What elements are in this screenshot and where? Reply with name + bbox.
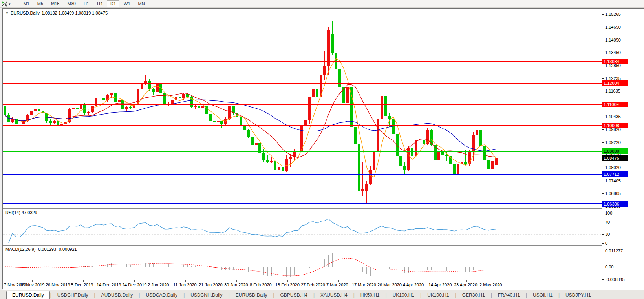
date-tick-mark xyxy=(83,280,84,282)
chart-tool-button[interactable]: ▾ xyxy=(0,1,12,7)
candle-body xyxy=(415,140,417,156)
candle-body xyxy=(110,93,113,95)
rsi-value: 47.0329 xyxy=(22,210,37,215)
timeframe-button-m1[interactable]: M1 xyxy=(20,0,33,7)
macd-pane[interactable] xyxy=(3,246,602,280)
axis-tick-mark xyxy=(602,168,604,168)
rsi-tick-label: 100 xyxy=(605,211,612,215)
axis-tick-mark xyxy=(602,27,604,27)
candle-body xyxy=(316,89,318,97)
candle-body xyxy=(179,97,181,98)
date-tick-mark xyxy=(415,280,415,282)
axis-tick-mark xyxy=(602,243,604,244)
chart-pointer-icon xyxy=(2,1,7,7)
candle-body xyxy=(350,87,353,127)
candle-body xyxy=(437,152,440,160)
rsi-pane[interactable] xyxy=(3,209,602,245)
candle-body xyxy=(129,107,132,108)
moving-average-13 xyxy=(5,85,496,158)
candle-body xyxy=(99,98,101,98)
candle-body xyxy=(338,69,341,87)
chart-tab-xauusd-h4[interactable]: XAUUSD,H4 xyxy=(315,291,353,299)
timeframe-button-w1[interactable]: W1 xyxy=(120,0,134,7)
date-label: 14 Dec 2019 xyxy=(97,283,121,287)
axis-tick-mark xyxy=(602,117,604,117)
chart-tab-gbpusd-h4[interactable]: GBPUSD,H4 xyxy=(275,291,313,299)
date-axis[interactable]: 7 Nov 201916 Nov 201926 Nov 20195 Dec 20… xyxy=(3,280,644,290)
date-tick-mark xyxy=(58,280,58,282)
axis-tick-mark xyxy=(602,213,604,213)
timeframe-button-m5[interactable]: M5 xyxy=(34,0,47,7)
chart-tab-uk100-h1[interactable]: UK100,H1 xyxy=(422,291,454,299)
candle-body xyxy=(381,96,383,119)
date-label: 24 Dec 2019 xyxy=(122,283,146,287)
candle-body xyxy=(102,98,105,100)
axis-tick-mark xyxy=(602,129,604,130)
chart-tab-usdcad-daily[interactable]: USDCAD,Daily xyxy=(140,291,183,299)
candle-body xyxy=(171,100,174,104)
timeframe-button-h4[interactable]: H4 xyxy=(93,0,106,7)
candle-body xyxy=(472,135,475,152)
candle-body xyxy=(354,127,357,144)
chart-tab-usdchf-daily[interactable]: USDCHF,Daily xyxy=(52,291,94,299)
date-label: 18 Feb 2020 xyxy=(275,283,300,287)
price-tick-label: 1.11635 xyxy=(605,89,620,93)
triangle-down-icon: ▼ xyxy=(5,11,9,15)
moving-average-5 xyxy=(5,58,496,177)
chart-tab-hk50-h1[interactable]: HK50,H1 xyxy=(355,291,385,299)
chart-tab-audusd-daily[interactable]: AUDUSD,Daily xyxy=(96,291,139,299)
timeframe-button-mn[interactable]: MN xyxy=(135,0,148,7)
candle-body xyxy=(457,164,459,174)
chart-tab-eurusd-daily[interactable]: EURUSD,Daily xyxy=(6,291,50,299)
candle-body xyxy=(266,160,269,162)
candle-body xyxy=(282,167,284,171)
chart-tab-usoil-h1[interactable]: USOil,H1 xyxy=(527,291,558,299)
candle-body xyxy=(72,108,75,109)
candle-body xyxy=(331,34,334,54)
candle-body xyxy=(274,161,276,170)
timeframe-button-d1[interactable]: D1 xyxy=(107,0,119,7)
chart-tab-usdcnh-daily[interactable]: USDCNH,Daily xyxy=(185,291,228,299)
timeframe-button-m30[interactable]: M30 xyxy=(64,0,79,7)
date-tick-mark xyxy=(466,280,467,282)
candle-body xyxy=(247,130,250,137)
chart-tab-eurusd-daily[interactable]: EURUSD,Daily xyxy=(230,291,273,299)
timeframe-button-h1[interactable]: H1 xyxy=(80,0,93,7)
tabbar-grip[interactable] xyxy=(2,292,5,298)
candle-body xyxy=(148,81,151,89)
candle-body xyxy=(323,66,326,75)
chevron-down-icon[interactable]: ▾ xyxy=(9,2,11,6)
candle-body xyxy=(255,143,258,145)
candle-body xyxy=(209,114,212,121)
candle-body xyxy=(262,153,265,160)
candles-layer xyxy=(4,21,498,203)
toolbar-grip[interactable] xyxy=(15,1,17,6)
price-tick-label: 1.14050 xyxy=(605,38,621,42)
candle-body xyxy=(156,84,159,92)
chart-symbol-label: EURUSD,Daily xyxy=(11,11,40,15)
chart-tab-ger30-h1[interactable]: GER30,H1 xyxy=(457,291,490,299)
candle-body xyxy=(30,111,33,115)
chart-toolbar: ▾ M1M5M15M30H1H4D1W1MN xyxy=(0,0,644,8)
level-price-label: 1.12004 xyxy=(602,80,628,86)
axis-tick-mark xyxy=(602,251,604,251)
candle-body xyxy=(388,116,391,119)
date-tick-mark xyxy=(211,280,211,282)
date-label: 4 Apr 2020 xyxy=(403,283,424,287)
date-tick-mark xyxy=(492,280,492,282)
chart-tab-fra40-h1[interactable]: FRA40,H1 xyxy=(492,291,525,299)
price-chart-pane[interactable] xyxy=(3,9,602,208)
candle-body xyxy=(464,162,467,164)
rsi-tick-label: 0 xyxy=(605,241,607,246)
candle-body xyxy=(308,97,311,120)
timeframe-button-m15[interactable]: M15 xyxy=(48,0,63,7)
axis-tick-mark xyxy=(602,66,604,66)
date-label: 2 Jan 2020 xyxy=(148,283,169,287)
chart-tab-usdjpy-h1[interactable]: USDJPY,H1 xyxy=(560,291,596,299)
price-axis[interactable]: 1.152651.146501.140501.134501.128501.122… xyxy=(602,9,644,280)
candle-body xyxy=(182,94,185,99)
candle-body xyxy=(152,89,155,92)
candle-body xyxy=(327,30,330,66)
chart-tab-uk100-h1[interactable]: UK100,H1 xyxy=(387,291,420,299)
candle-body xyxy=(240,117,242,126)
